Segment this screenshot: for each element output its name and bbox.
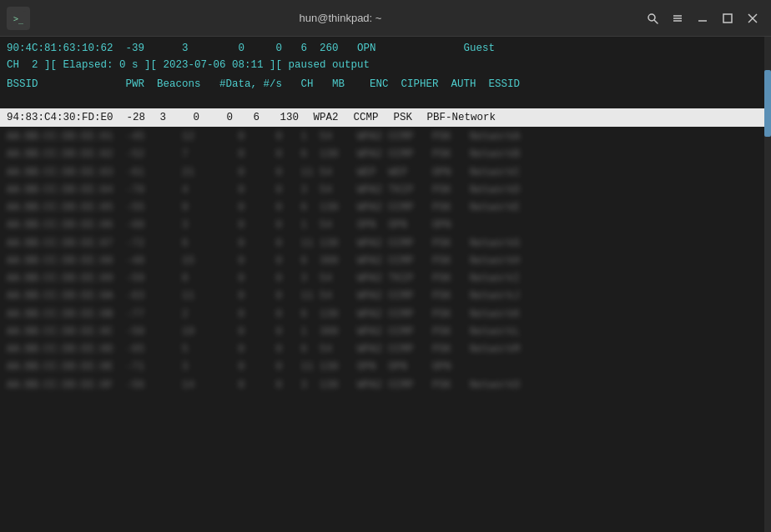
row-bssid: 94:83:C4:30:FD:E0 [7, 112, 113, 123]
terminal-app-icon[interactable]: >_ [7, 7, 30, 30]
row-ch: 6 [254, 112, 280, 123]
blurred-row: AA:BB:CC:DD:EE:06 -68 3 0 0 1 54 OPN OPN… [7, 217, 764, 234]
row-mb: 130 [280, 112, 314, 123]
svg-text:>_: >_ [13, 14, 24, 24]
terminal-area: 90:4C:81:63:10:62 -39 3 0 0 6 260 OPN Gu… [0, 37, 771, 532]
empty-separator [0, 93, 771, 108]
channel-info: CH 2 ][ Elapsed: 0 s ][ 2023-07-06 08:11… [7, 57, 370, 73]
row-essid: PBF-Network [427, 112, 496, 123]
row-auth: PSK [394, 112, 427, 123]
row-pwr: -28 [127, 112, 160, 123]
blurred-row: AA:BB:CC:DD:EE:07 -72 6 0 0 11 130 WPA2 … [7, 235, 764, 253]
titlebar: >_ hun@thinkpad: ~ [0, 0, 771, 37]
blurred-row: AA:BB:CC:DD:EE:0B -77 2 0 0 6 130 WPA2 C… [7, 306, 764, 324]
svg-rect-8 [723, 14, 732, 23]
maximize-button[interactable] [716, 7, 739, 30]
blurred-row: AA:BB:CC:DD:EE:0A -63 11 0 0 11 54 WPA2 … [7, 288, 764, 305]
blurred-row: AA:BB:CC:DD:EE:04 -70 4 0 0 3 54 WPA2 TK… [7, 182, 764, 199]
row-data: 0 [194, 112, 227, 123]
blurred-row: AA:BB:CC:DD:EE:05 -55 9 0 0 6 130 WPA2 C… [7, 199, 764, 217]
blurred-row: AA:BB:CC:DD:EE:09 -59 8 0 0 3 54 WPA2 TK… [7, 270, 764, 288]
menu-button[interactable] [666, 7, 689, 30]
row-cipher: CCMP [354, 112, 394, 123]
blurred-row: AA:BB:CC:DD:EE:02 -52 7 0 0 6 130 WPA2 C… [7, 146, 764, 163]
info-bar: 90:4C:81:63:10:62 -39 3 0 0 6 260 OPN Gu… [0, 37, 771, 75]
bssid-info: 90:4C:81:63:10:62 -39 3 0 0 6 260 OPN Gu… [7, 40, 495, 57]
minimize-button[interactable] [691, 7, 714, 30]
blurred-data-rows: AA:BB:CC:DD:EE:01 -45 12 0 0 1 54 WPA2 C… [0, 127, 771, 396]
blurred-row: AA:BB:CC:DD:EE:01 -45 12 0 0 1 54 WPA2 C… [7, 128, 764, 146]
headers-text: BSSID PWR Beacons #Data, #/s CH MB ENC C… [7, 78, 520, 90]
highlighted-row[interactable]: 94:83:C4:30:FD:E0 -28 3 0 0 6 130 WPA2 C… [0, 108, 771, 127]
svg-line-3 [655, 20, 658, 23]
titlebar-left: >_ [7, 7, 40, 30]
blurred-row: AA:BB:CC:DD:EE:0D -65 5 0 0 6 54 WPA2 CC… [7, 341, 764, 359]
row-enc: WPA2 [314, 112, 354, 123]
blurred-row: AA:BB:CC:DD:EE:0C -50 19 0 0 1 300 WPA2 … [7, 324, 764, 341]
info-line-2: CH 2 ][ Elapsed: 0 s ][ 2023-07-06 08:11… [7, 57, 764, 73]
search-button[interactable] [641, 7, 664, 30]
column-headers: BSSID PWR Beacons #Data, #/s CH MB ENC C… [0, 75, 771, 93]
scrollbar-thumb[interactable] [764, 70, 771, 137]
blurred-row: AA:BB:CC:DD:EE:08 -48 15 0 0 6 300 WPA2 … [7, 253, 764, 270]
row-rate: 0 [227, 112, 254, 123]
info-line-1: 90:4C:81:63:10:62 -39 3 0 0 6 260 OPN Gu… [7, 40, 764, 57]
blurred-row: AA:BB:CC:DD:EE:03 -61 21 0 0 11 54 WEP W… [7, 164, 764, 182]
scrollbar[interactable] [764, 37, 771, 532]
window-title: hun@thinkpad: ~ [40, 12, 641, 24]
window-controls [641, 7, 764, 30]
blurred-row: AA:BB:CC:DD:EE:0E -71 3 0 0 11 130 OPN O… [7, 359, 764, 376]
svg-point-2 [648, 14, 655, 21]
close-button[interactable] [741, 7, 764, 30]
row-beacons: 3 [160, 112, 194, 123]
blurred-row: AA:BB:CC:DD:EE:0F -56 14 0 0 3 130 WPA2 … [7, 377, 764, 394]
